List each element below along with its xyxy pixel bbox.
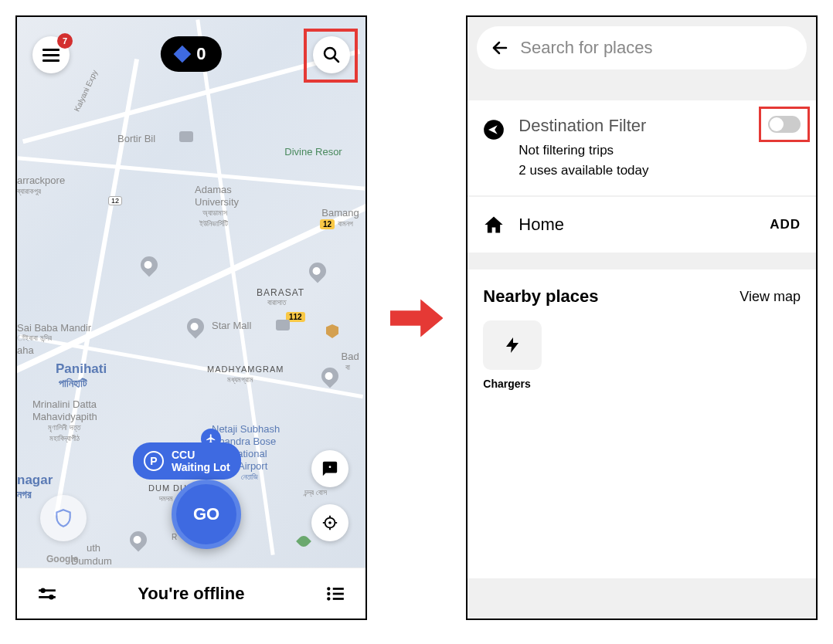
shield-marker-icon bbox=[326, 324, 338, 338]
svg-point-16 bbox=[327, 597, 330, 600]
map-label-place: Bad bbox=[342, 351, 359, 362]
map-attribution: Google bbox=[46, 554, 78, 564]
driver-app-map-screen: Kalyani Expy Bortir Bil Divine Resor arr… bbox=[15, 15, 367, 620]
map-label-area: MADHYAMGRAM bbox=[207, 364, 284, 374]
callout-highlight bbox=[759, 107, 810, 142]
go-label: GO bbox=[193, 504, 219, 524]
map-label-place: uth bbox=[87, 542, 100, 554]
waiting-label: Waiting Lot bbox=[172, 461, 230, 473]
map-label-city: পানিহাটি bbox=[59, 377, 87, 390]
map-label-place: নেতাজি bbox=[241, 473, 258, 482]
map-label-place: বামনগ bbox=[338, 219, 353, 229]
map-label-place: Mrinalini Datta bbox=[32, 398, 97, 410]
map-pin-icon bbox=[126, 527, 150, 551]
recenter-button[interactable] bbox=[311, 504, 348, 541]
map-label-area: BARASAT bbox=[257, 287, 304, 298]
map-label-city: nagar bbox=[17, 473, 53, 488]
bottom-bar: You're offline bbox=[17, 568, 366, 619]
chat-icon bbox=[321, 460, 338, 477]
nearby-title: Nearby places bbox=[483, 286, 598, 307]
park-marker-icon bbox=[296, 534, 311, 549]
crosshair-icon bbox=[321, 514, 338, 531]
search-bar[interactable]: Search for places bbox=[477, 26, 807, 69]
add-home-button[interactable]: ADD bbox=[770, 217, 801, 232]
back-arrow-icon[interactable] bbox=[491, 39, 509, 57]
filter-title: Destination Filter bbox=[518, 116, 754, 136]
notification-badge: 7 bbox=[57, 33, 73, 49]
map-label-city: Panihati bbox=[56, 361, 107, 377]
map-label-place: Sai Baba Mandir bbox=[17, 322, 91, 334]
diamond-icon bbox=[174, 46, 192, 63]
counter-value: 0 bbox=[196, 44, 206, 64]
map-pin-icon bbox=[318, 364, 342, 388]
chat-button[interactable] bbox=[311, 450, 348, 487]
map-label-place: ব্যারাকপুর bbox=[17, 187, 41, 196]
destination-filter-row: Destination Filter Not filtering trips 2… bbox=[468, 100, 816, 195]
map-label-place: aha bbox=[17, 344, 34, 356]
list-icon[interactable] bbox=[325, 584, 345, 604]
map-label-place: মহাবিদ্যাপীঠ bbox=[49, 434, 80, 443]
go-online-button[interactable]: GO bbox=[172, 480, 241, 549]
map-label-place: বা bbox=[345, 363, 350, 372]
map-label-area: দমদম bbox=[159, 494, 173, 503]
map-label-place: Mahavidyapith bbox=[32, 411, 97, 422]
parking-icon: P bbox=[144, 451, 164, 471]
lightning-icon bbox=[503, 336, 522, 354]
earnings-pill[interactable]: 0 bbox=[161, 36, 221, 72]
home-icon bbox=[483, 214, 505, 236]
driver-app-search-screen: Search for places Destination Filter Not… bbox=[466, 15, 818, 620]
filter-uses: 2 uses available today bbox=[518, 161, 754, 181]
svg-point-3 bbox=[328, 521, 332, 524]
callout-highlight bbox=[304, 29, 358, 83]
safety-button[interactable] bbox=[40, 495, 87, 541]
map-label-place: মৃণালিনী দত্ত bbox=[48, 423, 80, 432]
camera-pin-icon bbox=[276, 320, 290, 330]
svg-point-14 bbox=[327, 591, 330, 595]
map-label-city: নগর bbox=[17, 488, 32, 501]
map-label-place: Star Mall bbox=[212, 320, 251, 331]
view-map-link[interactable]: View map bbox=[740, 289, 801, 305]
destination-arrow-icon bbox=[483, 119, 505, 141]
map-label-area: মধ্যমগ্রাম bbox=[227, 375, 253, 385]
waiting-code: CCU bbox=[172, 449, 230, 461]
map-label-place: চন্দ্র বোস bbox=[304, 488, 327, 497]
camera-pin-icon bbox=[179, 131, 193, 142]
route-badge: 12 bbox=[320, 219, 335, 229]
map-label-place: Netaji Subhash bbox=[212, 423, 280, 435]
map-label-place: Divine Resor bbox=[284, 146, 342, 158]
flow-arrow-icon bbox=[390, 299, 444, 337]
menu-button[interactable]: 7 bbox=[32, 36, 70, 73]
map-label-place: Bortir Bil bbox=[117, 133, 155, 144]
filter-status: Not filtering trips bbox=[518, 141, 754, 161]
map-label-place: R bbox=[172, 533, 177, 541]
home-label: Home bbox=[518, 215, 756, 235]
map-label-place: arrackpore bbox=[17, 175, 65, 186]
map-label-area: বারাসাত bbox=[267, 298, 286, 307]
map-label-place: University bbox=[195, 196, 239, 208]
route-badge: 12 bbox=[108, 196, 122, 205]
map-label-place: অ্যাডামাস bbox=[202, 208, 227, 218]
preferences-icon[interactable] bbox=[37, 584, 57, 604]
map-pin-icon bbox=[305, 259, 329, 283]
status-text: You're offline bbox=[138, 584, 244, 604]
waiting-lot-chip[interactable]: P CCU Waiting Lot bbox=[133, 442, 241, 480]
chargers-label: Chargers bbox=[483, 378, 542, 390]
search-placeholder: Search for places bbox=[520, 38, 652, 58]
map-pin-icon bbox=[183, 314, 207, 338]
shield-icon bbox=[53, 508, 73, 528]
map-label-place: Adamas bbox=[195, 184, 232, 195]
map-label-place: Airport bbox=[238, 460, 267, 472]
chargers-tile[interactable]: Chargers bbox=[483, 320, 542, 390]
map-label-road: Kalyani Expy bbox=[73, 69, 99, 113]
map-label-place: ইউনিভার্সিটি bbox=[199, 219, 228, 229]
svg-point-12 bbox=[327, 587, 330, 590]
map-pin-icon bbox=[137, 253, 161, 276]
nearby-section: Nearby places View map Chargers bbox=[468, 269, 816, 578]
map-label-place: াঁইবাবা মন্দির bbox=[17, 334, 52, 343]
hamburger-icon bbox=[42, 46, 60, 65]
map-label-place: Bamang bbox=[321, 207, 359, 219]
home-row[interactable]: Home ADD bbox=[468, 197, 816, 253]
